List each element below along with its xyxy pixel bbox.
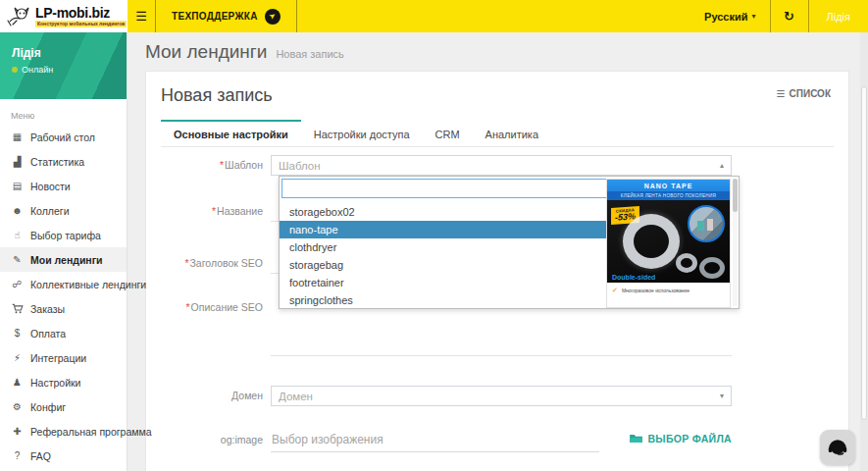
tape-roll-small-2 bbox=[699, 257, 725, 279]
sidebar-item-orders[interactable]: Заказы bbox=[0, 296, 127, 321]
preview-feature-row: ✔ Многоразовое использование bbox=[607, 283, 730, 298]
language-label: Русский bbox=[704, 11, 747, 23]
seo-title-label: *Заголовок SEO bbox=[161, 253, 271, 269]
hamburger-icon: ☰ bbox=[135, 9, 147, 24]
telegram-icon: ➤ bbox=[265, 9, 281, 25]
support-chat-button[interactable] bbox=[820, 430, 855, 465]
form-row-template: *Шаблон Шаблон ▴ bbox=[161, 155, 834, 176]
dog-logo-icon bbox=[6, 6, 31, 27]
support-button[interactable]: ТЕХПОДДЕРЖКА ➤ bbox=[156, 0, 297, 32]
tab-analytics[interactable]: Аналитика bbox=[473, 120, 551, 146]
option-clothdryer[interactable]: clothdryer bbox=[280, 238, 610, 256]
page-scrollbar[interactable] bbox=[860, 32, 868, 471]
og-image-label: og:image bbox=[161, 430, 271, 445]
user-icon: ♟ bbox=[11, 378, 24, 388]
tab-access-settings[interactable]: Настройки доступа bbox=[301, 120, 423, 146]
sidebar-item-referral[interactable]: ✚ Реферальная программа bbox=[0, 419, 127, 444]
dollar-icon: $ bbox=[11, 329, 24, 339]
caret-down-icon: ▾ bbox=[720, 392, 724, 400]
option-storagebox02[interactable]: storagebox02 bbox=[280, 203, 610, 221]
template-options-list: storagebox02 nano-tape clothdryer storag… bbox=[280, 203, 610, 309]
online-status-icon bbox=[12, 67, 18, 73]
tape-roll-small-1 bbox=[676, 253, 697, 273]
logo[interactable]: LP-mobi.biz Конструктор мобильных лендин… bbox=[0, 0, 128, 32]
share-icon: ☍ bbox=[11, 280, 24, 289]
refresh-icon: ↻ bbox=[784, 9, 794, 24]
caret-up-icon: ▴ bbox=[720, 161, 724, 170]
sidebar-item-collective-landings[interactable]: ☍ Коллективные лендинги bbox=[0, 272, 127, 296]
sidebar-item-my-landings[interactable]: ✎ Мои лендинги bbox=[0, 247, 127, 272]
list-button[interactable]: ☰ СПИСОК bbox=[777, 88, 831, 99]
page-scrollbar-thumb[interactable] bbox=[861, 86, 867, 420]
option-nano-tape[interactable]: nano-tape bbox=[280, 221, 610, 238]
name-label: *Название bbox=[161, 201, 271, 217]
choose-file-button[interactable]: ВЫБОР ФАЙЛА bbox=[630, 433, 732, 445]
breadcrumb: Новая запись bbox=[276, 48, 343, 60]
question-icon: ? bbox=[11, 451, 24, 461]
sidebar-item-settings[interactable]: ♟ Настройки bbox=[0, 370, 127, 394]
preview-caption: Double-sided bbox=[612, 274, 655, 281]
template-dropdown-panel: storagebox02 nano-tape clothdryer storag… bbox=[279, 176, 740, 309]
list-icon: ☰ bbox=[777, 88, 786, 99]
folder-icon bbox=[630, 434, 642, 444]
new-record-card: Новая запись ☰ СПИСОК Основные настройки… bbox=[145, 71, 849, 471]
tariff-icon: ☝ bbox=[11, 231, 24, 240]
domain-label: Домен bbox=[161, 386, 271, 401]
refresh-button[interactable]: ↻ bbox=[770, 0, 809, 32]
form-row-og-image: og:image ВЫБОР ФАЙЛА bbox=[161, 430, 834, 452]
sidebar-item-faq[interactable]: ? FAQ bbox=[0, 444, 127, 468]
template-select[interactable]: Шаблон ▴ bbox=[271, 155, 732, 176]
main-content: Мои лендинги Новая запись Новая запись ☰… bbox=[128, 32, 868, 471]
page-title: Мои лендинги bbox=[145, 41, 267, 63]
tape-roll-large bbox=[623, 214, 680, 269]
sidebar-item-dashboard[interactable]: ▦ Рабочий стол bbox=[0, 125, 127, 149]
seo-description-label: *Описание SEO bbox=[161, 297, 271, 313]
topbar-username[interactable]: Лідія bbox=[809, 0, 868, 32]
tabs-bar: Основные настройки Настройки доступа CRM… bbox=[161, 120, 834, 147]
card-title: Новая запись bbox=[161, 85, 273, 106]
check-icon: ✔ bbox=[612, 287, 618, 294]
sidebar-item-colleagues[interactable]: ☻ Коллеги bbox=[0, 198, 127, 223]
sidebar-item-integrations[interactable]: ⚡ Интеграции bbox=[0, 345, 127, 370]
form-row-domain: Домен Домен ▾ bbox=[161, 386, 834, 406]
tab-crm[interactable]: CRM bbox=[423, 120, 473, 146]
online-status-label: Онлайн bbox=[22, 65, 53, 75]
preview-subtitle: КЛЕЙКАЯ ЛЕНТА НОВОГО ПОКОЛЕНИЯ bbox=[607, 191, 730, 200]
option-springclothes[interactable]: springclothes bbox=[280, 291, 610, 309]
headset-icon bbox=[826, 436, 849, 459]
option-storagebag[interactable]: storagebag bbox=[280, 256, 610, 274]
sidebar-item-config[interactable]: ⚙ Конфиг bbox=[0, 394, 127, 419]
sidebar: Лідія Онлайн Меню ▦ Рабочий стол ▟ Стати… bbox=[0, 32, 128, 471]
logo-subtitle: Конструктор мобильных лендингов bbox=[35, 21, 127, 27]
stats-icon: ▟ bbox=[11, 157, 24, 167]
logo-title: LP-mobi.biz bbox=[35, 6, 127, 20]
language-dropdown[interactable]: Русский ▾ bbox=[690, 0, 769, 32]
preview-title: NANO TAPE bbox=[607, 183, 730, 189]
chevron-down-icon: ▾ bbox=[752, 12, 756, 21]
page-header: Мои лендинги Новая запись bbox=[128, 32, 868, 71]
sidebar-item-payment[interactable]: $ Оплата bbox=[0, 321, 127, 345]
colleagues-icon: ☻ bbox=[11, 206, 24, 216]
support-label: ТЕХПОДДЕРЖКА bbox=[172, 11, 258, 22]
preview-inset-photo bbox=[688, 205, 725, 242]
topbar: LP-mobi.biz Конструктор мобильных лендин… bbox=[0, 0, 868, 32]
news-icon: ▤ bbox=[11, 182, 24, 191]
sidebar-item-tariff[interactable]: ☝ Выбор тарифа bbox=[0, 223, 127, 247]
dashboard-icon: ▦ bbox=[11, 132, 24, 142]
sidebar-item-statistics[interactable]: ▟ Статистика bbox=[0, 149, 127, 174]
dropdown-scrollbar[interactable] bbox=[733, 179, 738, 306]
option-footretainer[interactable]: footretainer bbox=[280, 274, 610, 291]
template-label: *Шаблон bbox=[161, 155, 271, 171]
sidebar-item-news[interactable]: ▤ Новости bbox=[0, 174, 127, 198]
topbar-spacer bbox=[297, 0, 690, 32]
sidebar-toggle-button[interactable]: ☰ bbox=[128, 0, 156, 32]
preview-product-image: СКИДКА -53% Double-sided bbox=[607, 200, 730, 283]
preview-banner: NANO TAPE КЛЕЙКАЯ ЛЕНТА НОВОГО ПОКОЛЕНИЯ bbox=[607, 180, 730, 200]
user-plus-icon: ✚ bbox=[11, 427, 24, 437]
domain-select[interactable]: Домен ▾ bbox=[271, 386, 732, 406]
record-form: *Шаблон Шаблон ▴ storagebox02 nano-tape … bbox=[161, 147, 834, 452]
template-search-input[interactable] bbox=[281, 179, 608, 198]
tab-main-settings[interactable]: Основные настройки bbox=[161, 120, 301, 146]
plug-icon: ⚡ bbox=[11, 353, 24, 363]
og-image-input[interactable] bbox=[271, 430, 599, 452]
